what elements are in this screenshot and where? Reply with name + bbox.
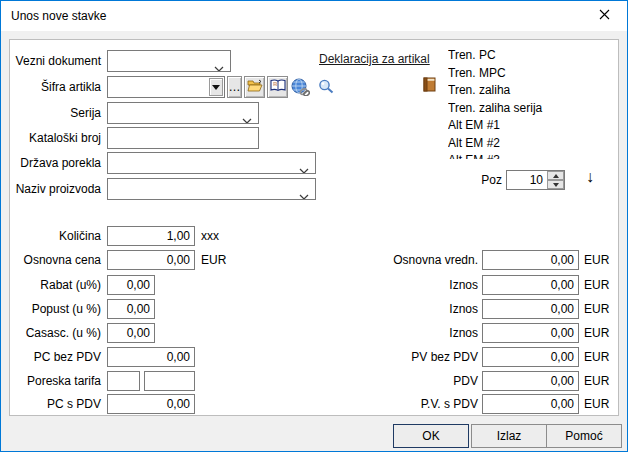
pdv-currency: EUR <box>584 374 609 388</box>
info-tren-zaliha: Tren. zaliha <box>448 82 598 100</box>
osnovna-vredn-input[interactable]: 0,00 <box>482 250 579 270</box>
iznos-1-input[interactable]: 0,00 <box>482 275 579 295</box>
label-sifra-artikla: Šifra artikla <box>1 80 101 94</box>
sifra-artikla-input[interactable] <box>107 76 225 98</box>
web-link-icon[interactable] <box>291 78 310 99</box>
pc-bez-pdv-input[interactable]: 0,00 <box>107 347 195 367</box>
osnovna-cena-input[interactable]: 0,00 <box>107 250 195 270</box>
casasc-input[interactable]: 0,00 <box>107 323 155 343</box>
dialog-unos-nove-stavke: Unos nove stavke Vezni dokument Šifra ar… <box>0 0 628 452</box>
closed-book-icon[interactable] <box>423 77 437 95</box>
chevron-down-icon <box>299 161 309 174</box>
label-kataloski-broj: Kataloški broj <box>1 131 101 145</box>
poreska-tarifa-rate-input[interactable] <box>144 371 195 391</box>
info-alt-em-1: Alt EM #1 <box>448 117 598 135</box>
label-iznos-3: Iznos <box>331 326 478 340</box>
label-poz: Poz <box>401 173 502 187</box>
pv-s-pdv-input[interactable]: 0,00 <box>482 394 579 414</box>
poz-spinner-buttons <box>547 171 564 189</box>
ok-button[interactable]: OK <box>393 424 469 448</box>
open-folder-button[interactable] <box>244 76 265 98</box>
open-folder-icon <box>247 79 263 95</box>
article-info-panel: Tren. PC Tren. MPC Tren. zaliha Tren. za… <box>448 47 598 159</box>
drzava-porekla-combobox[interactable] <box>107 152 316 174</box>
deklaracija-za-artikal-link[interactable]: Deklaracija za artikal <box>319 52 430 66</box>
info-alt-em-3: Alt EM #3 <box>448 152 598 159</box>
label-iznos-2: Iznos <box>331 302 478 316</box>
kolicina-unit: xxx <box>201 229 219 243</box>
spin-up-button[interactable] <box>547 171 564 180</box>
sifra-artikla-dropdown-button[interactable] <box>209 78 223 96</box>
dropdown-arrow-icon <box>212 85 220 90</box>
label-pdv: PDV <box>331 374 478 388</box>
info-tren-mpc: Tren. MPC <box>448 65 598 83</box>
label-pc-s-pdv: PC s PDV <box>1 397 101 411</box>
label-osnovna-cena: Osnovna cena <box>1 253 101 267</box>
label-pc-bez-pdv: PC bez PDV <box>1 350 101 364</box>
label-casasc: Casasc. (u %) <box>1 326 101 340</box>
naziv-proizvoda-combobox[interactable] <box>107 178 316 200</box>
spin-up-icon <box>553 174 559 178</box>
move-down-arrow-icon[interactable]: ↓ <box>586 168 594 186</box>
iznos-1-currency: EUR <box>584 278 609 292</box>
close-icon <box>599 9 610 23</box>
serija-combobox[interactable] <box>107 102 259 124</box>
iznos-2-input[interactable]: 0,00 <box>482 299 579 319</box>
chevron-down-icon <box>214 59 224 72</box>
kataloski-broj-input[interactable] <box>107 127 259 149</box>
window-title: Unos nove stavke <box>11 9 106 23</box>
label-pv-s-pdv: P.V. s PDV <box>331 397 478 411</box>
vezni-dokument-combobox[interactable] <box>107 50 231 72</box>
label-osnovna-vredn: Osnovna vredn. <box>331 253 478 267</box>
label-iznos-1: Iznos <box>331 278 478 292</box>
info-tren-zaliha-serija: Tren. zaliha serija <box>448 100 598 118</box>
pdv-input[interactable]: 0,00 <box>482 371 579 391</box>
label-serija: Serija <box>1 106 101 120</box>
search-icon[interactable] <box>318 79 335 98</box>
label-naziv-proizvoda: Naziv proizvoda <box>1 182 101 196</box>
rabat-input[interactable]: 0,00 <box>107 275 155 295</box>
label-kolicina: Količina <box>1 229 101 243</box>
catalog-book-button[interactable] <box>267 76 288 98</box>
open-book-icon <box>270 79 286 95</box>
pv-bez-pdv-currency: EUR <box>584 350 609 364</box>
poreska-tarifa-code-input[interactable] <box>107 371 140 391</box>
osnovna-cena-currency: EUR <box>201 253 226 267</box>
label-popust: Popust (u %) <box>1 302 101 316</box>
exit-button[interactable]: Izlaz <box>471 424 547 448</box>
label-rabat: Rabat (u%) <box>1 278 101 292</box>
info-tren-pc: Tren. PC <box>448 47 598 65</box>
info-alt-em-2: Alt EM #2 <box>448 135 598 153</box>
pv-bez-pdv-input[interactable]: 0,00 <box>482 347 579 367</box>
help-button[interactable]: Pomoć <box>546 424 622 448</box>
spin-down-button[interactable] <box>547 180 564 189</box>
chevron-down-icon <box>299 187 309 200</box>
label-drzava-porekla: Država porekla <box>1 156 101 170</box>
spin-down-icon <box>553 183 559 187</box>
label-poreska-tarifa: Poreska tarifa <box>1 374 101 388</box>
close-button[interactable] <box>582 1 627 30</box>
label-pv-bez-pdv: PV bez PDV <box>331 350 478 364</box>
iznos-3-input[interactable]: 0,00 <box>482 323 579 343</box>
pc-s-pdv-input[interactable]: 0,00 <box>107 394 195 414</box>
pv-s-pdv-currency: EUR <box>584 397 609 411</box>
iznos-2-currency: EUR <box>584 302 609 316</box>
ellipsis-icon: … <box>229 80 241 94</box>
title-bar: Unos nove stavke <box>1 1 627 31</box>
osnovna-vredn-currency: EUR <box>584 253 609 267</box>
iznos-3-currency: EUR <box>584 326 609 340</box>
sifra-artikla-browse-button[interactable]: … <box>227 76 242 98</box>
chevron-down-icon <box>242 111 252 124</box>
popust-input[interactable]: 0,00 <box>107 299 155 319</box>
kolicina-input[interactable]: 1,00 <box>107 226 195 246</box>
label-vezni-dokument: Vezni dokument <box>1 54 101 68</box>
